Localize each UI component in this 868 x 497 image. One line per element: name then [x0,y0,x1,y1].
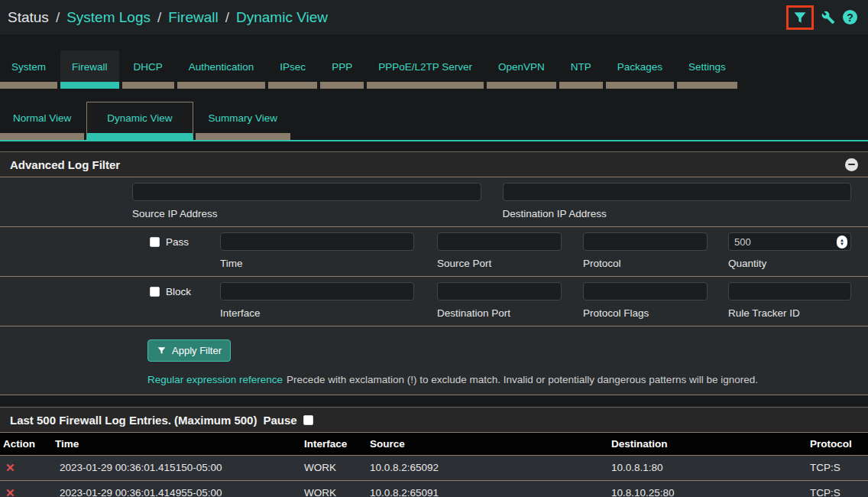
source-port-input[interactable] [437,232,562,251]
top-bar: Status / System Logs / Firewall / Dynami… [0,0,868,34]
protocol-flags-input[interactable] [583,282,708,300]
log-interface: WORK [301,455,367,480]
dest-ip-field-group: Destination IP Address [503,183,852,219]
tab-system[interactable]: System [0,50,57,89]
rule-tracker-input[interactable] [728,282,851,300]
log-row: ✕ 2023-01-29 00:36:01.415150-05:00 WORK … [0,455,868,480]
pass-checkbox-label: Pass [166,236,189,248]
secondary-tab-bar: Normal View Dynamic View Summary View [0,102,868,141]
log-source: 10.0.8.2:65092 [367,455,608,480]
primary-tab-bar: System Firewall DHCP Authentication IPse… [0,50,868,89]
log-panel-header: Last 500 Firewall Log Entries. (Maximum … [0,408,868,433]
rule-tracker-label: Rule Tracker ID [728,307,851,319]
breadcrumb: Status / System Logs / Firewall / Dynami… [8,9,328,26]
breadcrumb-status: Status [8,9,49,26]
source-port-label: Source Port [437,258,562,269]
protocol-field-group: Protocol [583,232,708,269]
log-protocol: TCP:S [807,455,868,480]
advanced-log-filter-panel: Advanced Log Filter Source IP Address De… [0,151,868,395]
pause-label: Pause [263,414,296,427]
tab-ipsec[interactable]: IPsec [268,50,317,89]
tab-dynamic-view[interactable]: Dynamic View [86,102,193,140]
breadcrumb-separator: / [225,9,229,26]
filter-panel-title: Advanced Log Filter [10,158,120,171]
tab-normal-view[interactable]: Normal View [0,102,84,140]
log-panel-title: Last 500 Firewall Log Entries. (Maximum … [10,414,257,427]
source-ip-input[interactable] [132,183,481,201]
topbar-icons: ? [786,5,857,30]
tab-pppoe-l2tp[interactable]: PPPoE/L2TP Server [367,50,484,89]
tab-ntp[interactable]: NTP [559,50,603,89]
filter-icon-highlight-box [786,5,814,30]
source-port-field-group: Source Port [437,232,562,269]
breadcrumb-dynamic-view[interactable]: Dynamic View [236,9,328,26]
source-ip-field-group: Source IP Address [132,183,481,219]
tab-authentication[interactable]: Authentication [177,50,266,89]
filter-panel-body: Source IP Address Destination IP Address… [0,177,868,395]
quantity-label: Quantity [728,258,851,269]
block-checkbox[interactable] [150,287,160,297]
log-time: 2023-01-29 00:36:01.414955-05:00 [52,480,301,497]
col-interface: Interface [301,433,367,455]
log-entries-panel: Last 500 Firewall Log Entries. (Maximum … [0,407,868,497]
log-source: 10.0.8.2:65091 [367,480,608,497]
filter-panel-header: Advanced Log Filter [0,152,868,177]
filter-funnel-icon [157,346,167,356]
tab-dhcp[interactable]: DHCP [122,50,174,89]
protocol-label: Protocol [583,258,708,269]
col-action: Action [0,433,52,455]
log-row: ✕ 2023-01-29 00:36:01.414955-05:00 WORK … [0,480,868,497]
source-ip-label: Source IP Address [132,208,481,219]
filter-row-block: Block Interface Destination Port Protoco… [0,277,868,326]
dest-ip-input[interactable] [503,183,852,201]
pass-checkbox[interactable] [150,237,160,247]
log-table-header-row: Action Time Interface Source Destination… [0,433,868,455]
block-checkbox-group: Block [132,282,220,300]
protocol-flags-field-group: Protocol Flags [583,282,708,319]
tab-settings[interactable]: Settings [677,50,737,89]
interface-input[interactable] [220,282,414,300]
col-time: Time [52,433,301,455]
block-action-icon[interactable]: ✕ [5,461,15,474]
time-label: Time [220,258,414,269]
tab-packages[interactable]: Packages [606,50,674,89]
interface-label: Interface [220,307,414,319]
protocol-flags-label: Protocol Flags [583,307,708,319]
quantity-stepper[interactable]: ▲▼ [837,236,847,248]
tab-openvpn[interactable]: OpenVPN [487,50,556,89]
firewall-log-table: Action Time Interface Source Destination… [0,433,868,497]
time-field-group: Time [220,232,414,269]
tab-ppp[interactable]: PPP [320,50,364,89]
apply-filter-button[interactable]: Apply Filter [147,339,231,362]
protocol-input[interactable] [583,232,708,251]
collapse-panel-icon[interactable] [845,158,858,171]
col-source: Source [367,433,608,455]
pause-checkbox[interactable] [303,415,313,425]
filter-row-pass: Pass Time Source Port Protocol ▲▼ Quanti… [0,227,868,277]
dest-ip-label: Destination IP Address [503,208,852,219]
interface-field-group: Interface [220,282,414,319]
time-input[interactable] [220,232,414,251]
log-destination: 10.0.8.1:80 [608,455,807,480]
wrench-icon[interactable] [821,11,835,24]
quantity-field-group: ▲▼ Quantity [728,232,851,269]
filter-row-apply: Apply Filter Regular expression referenc… [0,326,868,395]
dest-port-input[interactable] [437,282,562,300]
tab-summary-view[interactable]: Summary View [196,102,291,140]
quantity-input[interactable] [728,232,851,251]
col-protocol: Protocol [807,433,868,455]
log-protocol: TCP:S [807,480,868,497]
regex-note-text: Precede with exclamation (!) to exclude … [287,374,758,385]
regex-reference-link[interactable]: Regular expression reference [147,374,283,385]
log-time: 2023-01-29 00:36:01.415150-05:00 [52,455,301,480]
block-action-icon[interactable]: ✕ [5,486,15,497]
tab-firewall[interactable]: Firewall [60,50,119,89]
help-icon[interactable]: ? [843,10,857,24]
breadcrumb-system-logs[interactable]: System Logs [66,9,151,26]
col-destination: Destination [608,433,807,455]
dest-port-field-group: Destination Port [437,282,562,319]
breadcrumb-separator: / [56,9,60,26]
log-filter-icon[interactable] [792,10,808,25]
breadcrumb-firewall[interactable]: Firewall [168,9,218,26]
apply-filter-label: Apply Filter [172,345,222,356]
